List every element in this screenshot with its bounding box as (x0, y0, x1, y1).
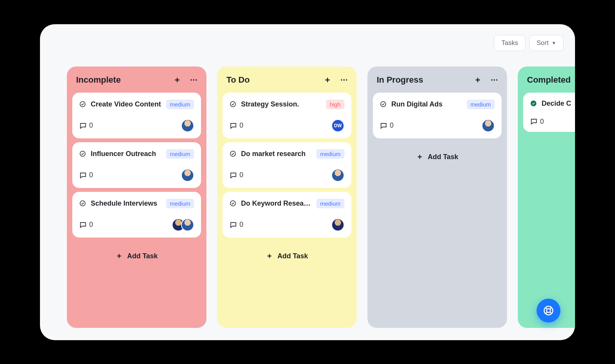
task-card[interactable]: Influencer Outreach medium 0 (72, 142, 201, 188)
card-left: Schedule Interviews (79, 199, 163, 208)
svg-point-7 (80, 201, 85, 206)
comments[interactable]: 0 (79, 121, 93, 130)
svg-line-38 (545, 312, 547, 314)
comments[interactable]: 0 (229, 171, 243, 179)
comments[interactable]: 0 (229, 221, 243, 229)
svg-point-6 (80, 151, 85, 156)
assignees (172, 218, 194, 231)
comment-icon (79, 171, 87, 179)
add-task-button[interactable]: Add Task (72, 238, 201, 263)
comment-icon (530, 118, 538, 125)
avatar[interactable] (331, 169, 344, 182)
avatar[interactable] (482, 119, 495, 132)
comment-count: 0 (89, 171, 93, 179)
card-footer: 0 (79, 218, 194, 231)
svg-line-39 (550, 312, 552, 314)
comment-count: 0 (239, 221, 243, 229)
task-card[interactable]: Schedule Interviews medium 0 (72, 192, 201, 238)
card-footer: 0 (79, 169, 194, 182)
task-card[interactable]: Run Digital Ads medium 0 (373, 93, 502, 138)
add-task-label: Add Task (127, 252, 158, 260)
app-window: Tasks Sort ▼ Incomplete Create Video Con… (40, 24, 575, 340)
column-more-button[interactable] (189, 76, 198, 84)
task-card[interactable]: Decide C 0 (523, 93, 575, 132)
add-task-button[interactable]: Add Task (373, 138, 502, 164)
avatar[interactable] (181, 218, 194, 231)
plus-icon (324, 76, 331, 84)
comments[interactable]: 0 (79, 221, 93, 229)
add-task-button[interactable]: Add Task (223, 238, 351, 263)
column-inprogress: In Progress Run Digital Ads medium (367, 66, 507, 328)
column-add-button[interactable] (474, 76, 482, 84)
card-footer: 0 (530, 118, 575, 126)
column-completed: Completed Decide C 0 (518, 66, 575, 328)
column-actions (474, 76, 499, 84)
check-circle-icon (79, 200, 86, 207)
priority-badge: medium (316, 199, 344, 208)
svg-point-12 (341, 79, 342, 81)
cards-list: Strategy Session. high 0 DW Do market re… (223, 93, 351, 238)
avatar[interactable] (181, 169, 194, 182)
avatar[interactable] (181, 119, 194, 132)
card-title: Do Keyword Research (241, 199, 313, 208)
column-header: Incomplete (72, 73, 201, 93)
check-circle-icon (229, 101, 236, 108)
svg-point-33 (531, 101, 536, 106)
column-actions (324, 76, 348, 84)
cards-list: Run Digital Ads medium 0 (373, 93, 502, 138)
avatar[interactable]: DW (331, 119, 344, 132)
priority-badge: medium (166, 149, 194, 159)
assignees (181, 119, 194, 132)
comments[interactable]: 0 (380, 121, 394, 130)
task-card[interactable]: Do market research medium 0 (223, 142, 351, 188)
task-card[interactable]: Create Video Content medium 0 (72, 93, 201, 138)
task-card[interactable]: Do Keyword Research medium 0 (223, 192, 351, 238)
svg-point-25 (381, 101, 386, 107)
check-circle-icon (229, 150, 236, 157)
more-icon (189, 76, 198, 84)
task-card[interactable]: Strategy Session. high 0 DW (223, 93, 351, 138)
avatar[interactable] (331, 218, 344, 231)
svg-point-22 (491, 79, 493, 81)
more-icon (490, 76, 499, 84)
comment-icon (380, 122, 387, 130)
column-title: In Progress (377, 75, 423, 85)
card-header: Influencer Outreach medium (79, 149, 194, 159)
card-header: Schedule Interviews medium (79, 199, 194, 208)
comments[interactable]: 0 (79, 171, 93, 179)
comment-icon (229, 171, 237, 179)
priority-badge: medium (316, 149, 344, 159)
sort-button[interactable]: Sort ▼ (529, 35, 563, 51)
svg-point-5 (80, 101, 85, 107)
lifebuoy-icon (543, 305, 554, 316)
column-more-button[interactable] (490, 76, 499, 84)
add-task-label: Add Task (428, 153, 459, 161)
help-fab[interactable] (537, 299, 560, 322)
card-left: Do market research (229, 150, 313, 158)
tasks-filter-button[interactable]: Tasks (494, 35, 525, 51)
column-add-button[interactable] (173, 76, 181, 84)
column-header: In Progress (373, 73, 502, 93)
check-circle-icon (229, 200, 236, 207)
plus-icon (266, 253, 273, 259)
column-more-button[interactable] (340, 76, 348, 84)
svg-point-24 (496, 79, 498, 81)
column-add-button[interactable] (324, 76, 331, 84)
svg-point-3 (193, 79, 194, 81)
svg-point-2 (191, 79, 192, 81)
plus-icon (116, 253, 123, 259)
comment-count: 0 (540, 118, 544, 126)
comments[interactable]: 0 (530, 118, 544, 126)
svg-point-13 (343, 79, 345, 81)
comments[interactable]: 0 (229, 121, 243, 130)
plus-icon (173, 76, 181, 84)
kanban-board: Incomplete Create Video Content medium (67, 66, 575, 340)
card-left: Decide C (530, 100, 575, 108)
svg-line-37 (550, 307, 552, 309)
svg-point-16 (230, 151, 236, 156)
card-header: Do Keyword Research medium (229, 199, 344, 208)
card-header: Decide C (530, 100, 575, 108)
check-circle-icon (79, 150, 86, 157)
svg-point-4 (196, 79, 197, 81)
card-footer: 0 (380, 119, 495, 132)
